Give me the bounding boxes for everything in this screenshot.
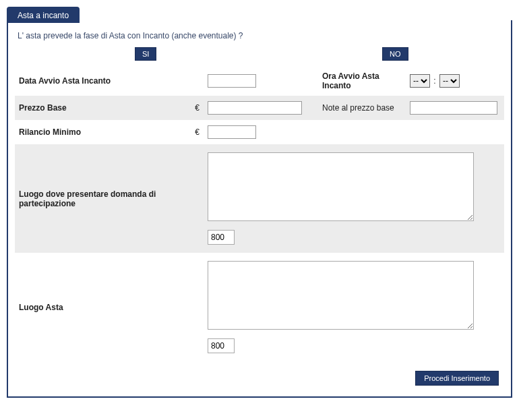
si-button[interactable]: SI <box>135 47 156 61</box>
asta-incanto-panel: Asta a incanto L' asta prevede la fase d… <box>7 20 512 398</box>
yes-no-row: SI NO <box>15 47 504 61</box>
panel-tab-label: Asta a incanto <box>18 11 69 20</box>
row-rilancio: Rilancio Minimo € <box>15 120 504 144</box>
label-data-avvio: Data Avvio Asta Incanto <box>15 66 204 96</box>
label-rilancio: Rilancio Minimo <box>15 120 190 144</box>
counter-luogo-domanda[interactable] <box>208 230 235 245</box>
question-text: L' asta prevede la fase di Asta con Inca… <box>18 31 504 40</box>
label-prezzo-base: Prezzo Base <box>15 96 190 120</box>
label-luogo-asta: Luogo Asta <box>15 253 204 361</box>
row-luogo-asta: Luogo Asta <box>15 253 504 361</box>
label-luogo-domanda: Luogo dove presentare domanda di parteci… <box>15 144 204 253</box>
input-note-prezzo[interactable] <box>410 101 497 115</box>
procedi-button[interactable]: Procedi Inserimento <box>415 371 499 386</box>
currency-prezzo: € <box>190 96 204 120</box>
counter-luogo-asta[interactable] <box>208 338 235 353</box>
input-data-avvio[interactable] <box>208 74 256 88</box>
input-prezzo-base[interactable] <box>208 101 302 115</box>
textarea-luogo-domanda[interactable] <box>208 152 474 221</box>
label-note-prezzo: Note al prezzo base <box>318 96 406 120</box>
select-ora-m[interactable]: -- <box>439 74 460 88</box>
textarea-luogo-asta[interactable] <box>208 261 474 330</box>
label-ora-avvio: Ora Avvio Asta Incanto <box>318 66 406 96</box>
form-table: Data Avvio Asta Incanto Ora Avvio Asta I… <box>15 66 504 361</box>
select-ora-h[interactable]: -- <box>410 74 430 88</box>
currency-rilancio: € <box>190 120 204 144</box>
row-data-avvio: Data Avvio Asta Incanto Ora Avvio Asta I… <box>15 66 504 96</box>
time-separator: : <box>433 76 435 86</box>
panel-tab: Asta a incanto <box>7 7 80 23</box>
button-row: Procedi Inserimento <box>15 361 504 387</box>
row-luogo-domanda: Luogo dove presentare domanda di parteci… <box>15 144 504 253</box>
no-button[interactable]: NO <box>382 47 408 61</box>
row-prezzo-base: Prezzo Base € Note al prezzo base <box>15 96 504 120</box>
input-rilancio[interactable] <box>208 125 256 139</box>
